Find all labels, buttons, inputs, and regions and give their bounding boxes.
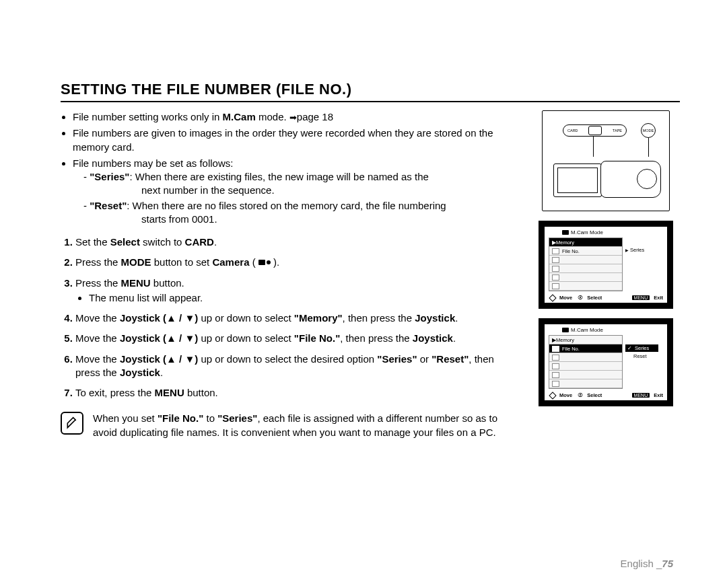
menu-row-blank	[549, 264, 622, 273]
t: , then press the	[343, 312, 415, 324]
row-icon	[552, 381, 559, 387]
t: next number in the sequence.	[93, 184, 518, 197]
switch-knob-icon	[588, 126, 602, 135]
t: Move	[559, 295, 572, 301]
t: mode.	[256, 111, 289, 122]
note-text: When you set "File No." to "Series", eac…	[93, 412, 518, 439]
mode-button-diagram: MODE	[641, 123, 656, 138]
t: .	[214, 236, 217, 248]
t: Joystick	[415, 312, 455, 324]
t: M.Cam Mode	[571, 229, 603, 235]
step-3: Press the MENU button. The menu list wil…	[75, 277, 518, 305]
menu-row-fileno: File No.	[549, 344, 622, 353]
t: up or down to select	[198, 332, 294, 344]
menu-row-blank	[549, 256, 622, 264]
t: Reset	[633, 353, 647, 359]
t: CARD	[185, 236, 214, 248]
lcd1-side-series: ▶Series	[625, 247, 644, 253]
t: File numbers may be set as follows:	[73, 157, 233, 169]
t: , then press the	[340, 332, 413, 344]
t: File number setting works only in	[73, 111, 223, 122]
row-icon	[552, 355, 559, 361]
t: Exit	[654, 392, 663, 398]
t: "Series"	[217, 412, 257, 424]
t: "Reset"	[431, 353, 469, 365]
lcd1-footer: Move ⦿ Select MENUExit	[550, 295, 663, 301]
row-icon	[552, 257, 559, 263]
lcd-screen-1: M.Cam Mode ▶Memory File No. ▶Series Move…	[539, 221, 673, 309]
step-1: Set the Select switch to CARD.	[75, 235, 518, 249]
check-icon	[627, 345, 633, 351]
t: When you set	[93, 412, 158, 424]
t: : When there are existing files, the new…	[129, 171, 428, 182]
lcd2-footer: Move ⦿ Select MENUExit	[550, 392, 663, 398]
t: "Reset"	[90, 200, 127, 211]
footer-lang: English _	[621, 558, 662, 569]
row-icon	[552, 346, 559, 352]
page-footer: English _75	[621, 558, 673, 569]
t: Exit	[654, 295, 663, 301]
tape-label: TAPE	[613, 128, 622, 133]
t: .	[455, 312, 458, 324]
t: Move	[559, 392, 572, 398]
t: Move the	[75, 312, 120, 324]
step-5: Move the Joystick (▲ / ▼) up or down to …	[75, 332, 518, 345]
t: M.Cam	[223, 111, 256, 122]
t: Press the	[75, 256, 121, 268]
t: Memory	[556, 240, 574, 246]
row-icon	[552, 363, 559, 369]
t: (	[249, 256, 258, 268]
camera-icon	[258, 258, 271, 266]
footer-page: 75	[662, 558, 673, 569]
card-tape-switch: CARD TAPE	[563, 124, 627, 137]
menu-pill: MENU	[632, 295, 650, 300]
step-2: Press the MODE button to set Camera ( ).	[75, 256, 518, 269]
menu-row-blank	[549, 371, 622, 379]
main-text: File number setting works only in M.Cam …	[61, 110, 518, 439]
t: page 18	[297, 111, 333, 122]
card-label: CARD	[567, 128, 578, 133]
bullet-3: File numbers may be set as follows: "Ser…	[73, 157, 518, 226]
t: "File No."	[158, 412, 203, 424]
t: File No.	[562, 346, 580, 352]
t: switch to	[140, 236, 185, 248]
camcorder-icon	[553, 155, 661, 204]
row-icon	[552, 248, 559, 254]
t: Joystick (▲ / ▼)	[120, 312, 198, 324]
lcd1-header: M.Cam Mode	[562, 229, 603, 235]
t: Joystick (▲ / ▼)	[120, 353, 198, 365]
t: Select	[110, 236, 140, 248]
t: MENU	[121, 277, 151, 289]
bullet-2: File numbers are given to images in the …	[73, 126, 518, 154]
t: Camera	[212, 256, 249, 268]
menu-row-memory: ▶Memory	[549, 336, 622, 344]
lcd1-menu: ▶Memory File No.	[549, 237, 623, 291]
bullet-1: File number setting works only in M.Cam …	[73, 110, 518, 124]
t: M.Cam Mode	[571, 327, 603, 333]
t: "File No."	[294, 332, 340, 344]
t: Joystick (▲ / ▼)	[120, 332, 198, 344]
t: or	[417, 353, 432, 365]
t: Memory	[556, 337, 574, 343]
t: Move the	[75, 353, 120, 365]
t: Move the	[75, 332, 120, 344]
lcd2-opt-series: Series	[625, 344, 658, 352]
t: "Memory"	[294, 312, 343, 324]
camera-icon	[562, 328, 569, 332]
sub-reset: "Reset": When there are no files stored …	[93, 199, 518, 227]
t: Joystick	[413, 332, 453, 344]
lcd2-header: M.Cam Mode	[562, 327, 603, 333]
menu-row-blank	[549, 379, 622, 388]
step-7: To exit, press the MENU button.	[75, 386, 518, 400]
step-3-sub: The menu list will appear.	[89, 291, 518, 305]
t: Select	[587, 392, 602, 398]
callout-line	[648, 138, 649, 157]
menu-pill: MENU	[632, 393, 650, 398]
t: .	[453, 332, 456, 344]
menu-row-memory: ▶Memory	[549, 238, 622, 247]
camcorder-diagram: CARD TAPE MODE	[542, 110, 670, 211]
camera-icon	[562, 230, 569, 235]
page-title: SETTING THE FILE NUMBER (FILE NO.)	[61, 81, 680, 102]
menu-row-blank	[549, 362, 622, 371]
t: Set the	[75, 236, 110, 248]
